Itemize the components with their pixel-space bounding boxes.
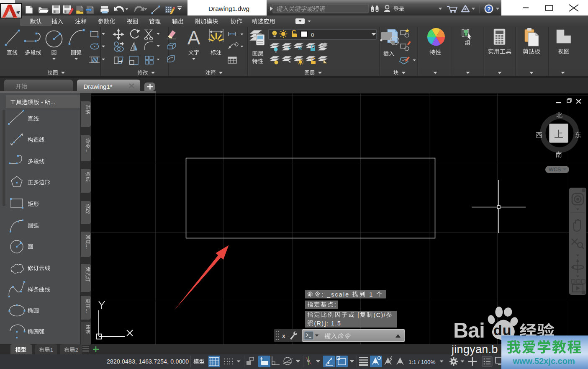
svg-text:...: ... [85,148,91,152]
svg-text:: _scale: : _scale [322,291,352,298]
svg-text:0: 0 [311,32,314,38]
svg-text:...: ... [85,245,91,249]
svg-text:(R)]: 1.5: (R)]: 1.5 [314,320,341,327]
svg-text:...: ... [85,309,91,313]
svg-text:2820.0483, 1463.7254, 0.0000: 2820.0483, 1463.7254, 0.0000 [107,358,189,365]
svg-text:?: ? [487,6,491,13]
svg-text:WCS: WCS [549,167,561,173]
svg-text:www.52xjc.com: www.52xjc.com [513,356,575,366]
svg-text:Drawing1.dwg: Drawing1.dwg [208,5,249,12]
svg-text:1:1 / 100%: 1:1 / 100% [408,359,436,365]
svg-text:jingyan.b: jingyan.b [451,343,498,356]
svg-text:Bai: Bai [453,319,485,342]
svg-text:...: ... [50,99,55,106]
svg-text:A: A [187,27,200,49]
svg-text:(C)/: (C)/ [374,312,386,318]
svg-text:1: 1 [367,291,376,298]
svg-text::: : [334,301,337,308]
svg-text:Drawing1*: Drawing1* [83,83,112,90]
svg-text:2: 2 [75,347,79,353]
svg-text:-: - [39,99,44,106]
svg-text:1: 1 [50,347,54,353]
svg-text:x: x [282,333,285,339]
svg-text:[: [ [355,312,360,318]
